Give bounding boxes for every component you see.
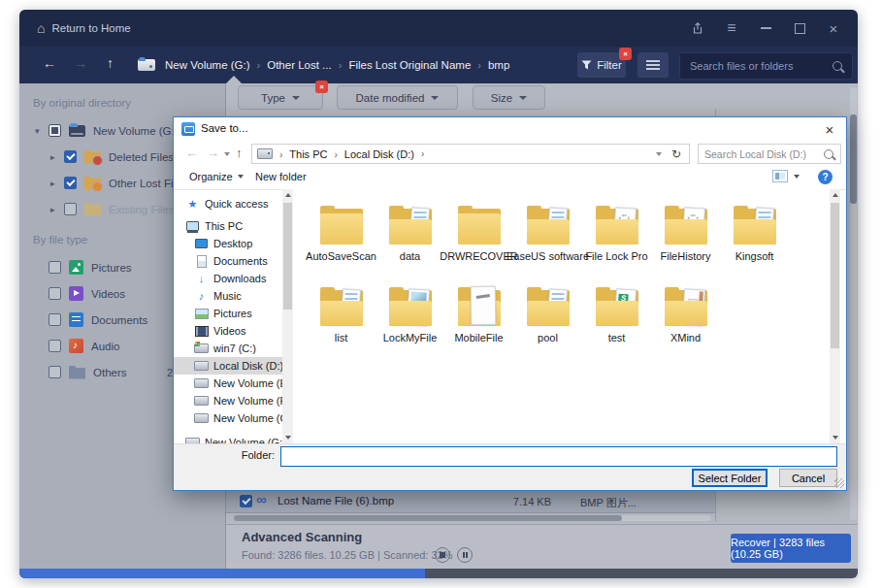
- breadcrumb-segment[interactable]: Other Lost ...: [250, 59, 332, 71]
- nav-tree-row[interactable]: New Volume (E:): [174, 375, 282, 392]
- folder-item[interactable]: EaseUS software: [513, 199, 582, 280]
- scrollbar-thumb[interactable]: [831, 203, 839, 348]
- nav-tree-row[interactable]: Music: [174, 287, 282, 305]
- forward-arrow-button[interactable]: →: [74, 55, 87, 71]
- filter-chip-date-modified[interactable]: Date modified: [337, 85, 458, 110]
- file-list-scrollbar[interactable]: [850, 87, 857, 520]
- nav-tree-label[interactable]: Pictures: [213, 308, 252, 319]
- folder-item[interactable]: Kingsoft: [720, 199, 789, 280]
- nav-tree-row[interactable]: This PC: [174, 217, 282, 235]
- nav-tree-label[interactable]: Documents: [213, 255, 268, 267]
- type-label[interactable]: Audio: [91, 341, 119, 352]
- return-home-button[interactable]: ⌂ Return to Home: [37, 21, 131, 35]
- dialog-up-button[interactable]: ↑: [236, 146, 243, 160]
- nav-tree-label[interactable]: Videos: [213, 325, 245, 337]
- recent-locations-dropdown-icon[interactable]: [224, 152, 230, 156]
- nav-tree-label[interactable]: win7 (C:): [213, 343, 256, 354]
- nav-tree-row[interactable]: Downloads: [174, 270, 282, 287]
- expand-arrow-icon[interactable]: ▸: [50, 205, 64, 214]
- nav-tree-row[interactable]: Pictures: [174, 305, 282, 322]
- close-button[interactable]: ×: [827, 21, 840, 35]
- tree-checkbox[interactable]: [64, 177, 77, 189]
- pause-scan-button[interactable]: [457, 547, 473, 563]
- tree-scrollbar[interactable]: [282, 189, 293, 443]
- tree-checkbox[interactable]: [64, 203, 77, 215]
- nav-tree-label[interactable]: Quick access: [205, 198, 268, 210]
- scroll-up-icon[interactable]: [285, 193, 291, 197]
- folder-item[interactable]: test: [582, 280, 651, 362]
- maximize-button[interactable]: [793, 21, 806, 35]
- nav-tree-label[interactable]: This PC: [205, 220, 243, 232]
- folder-item[interactable]: AutoSaveScan: [307, 199, 376, 280]
- type-checkbox[interactable]: [49, 340, 61, 352]
- dialog-search-input[interactable]: [699, 147, 824, 161]
- filter-button[interactable]: Filter ×: [577, 52, 626, 78]
- nav-tree-label[interactable]: New Volume (G:): [205, 437, 282, 443]
- type-checkbox[interactable]: [49, 366, 61, 378]
- new-folder-button[interactable]: New folder: [255, 171, 307, 182]
- scroll-up-icon[interactable]: [833, 193, 838, 197]
- file-name[interactable]: Lost Name File (6).bmp: [278, 495, 394, 506]
- type-checkbox[interactable]: [49, 261, 61, 274]
- stop-scan-button[interactable]: [435, 547, 450, 563]
- tree-checkbox[interactable]: [49, 124, 61, 137]
- tree-item-label[interactable]: New Volume (G:): [93, 125, 179, 137]
- folder-item[interactable]: DRWRECOVER: [444, 199, 513, 280]
- nav-tree-row[interactable]: Desktop: [174, 235, 282, 252]
- address-dropdown-icon[interactable]: [656, 152, 662, 156]
- type-label[interactable]: Documents: [91, 314, 147, 326]
- select-folder-button[interactable]: Select Folder: [692, 469, 768, 487]
- type-label[interactable]: Others: [93, 367, 127, 378]
- nav-tree-row[interactable]: New Volume (G:): [174, 434, 282, 443]
- type-checkbox[interactable]: [49, 287, 61, 300]
- folder-item[interactable]: data: [376, 199, 444, 280]
- folder-name-input[interactable]: [280, 446, 837, 467]
- tree-item-label[interactable]: Existing Files: [109, 204, 175, 215]
- horizontal-scrollbar[interactable]: [234, 515, 711, 521]
- dialog-forward-button[interactable]: →: [207, 146, 219, 160]
- filter-chip-type[interactable]: Type ×: [238, 85, 323, 110]
- breadcrumb-segment[interactable]: bmp: [471, 59, 509, 71]
- minimize-button[interactable]: [759, 21, 772, 35]
- view-list-button[interactable]: [637, 52, 669, 78]
- nav-tree-row[interactable]: New Volume (G:): [174, 409, 282, 427]
- help-button[interactable]: ?: [818, 170, 833, 184]
- folder-item[interactable]: pool: [513, 280, 582, 362]
- dialog-back-button[interactable]: ←: [185, 146, 198, 160]
- file-list-row[interactable]: ∞ Lost Name File (6).bmp 7.14 KB BMP 图片.…: [226, 490, 715, 513]
- address-segment[interactable]: Local Disk (D:): [327, 148, 413, 160]
- filter-chip-size[interactable]: Size: [473, 85, 545, 110]
- nav-tree-label[interactable]: Downloads: [213, 273, 266, 284]
- address-bar[interactable]: This PCLocal Disk (D:) ↻: [251, 144, 690, 164]
- nav-tree-label[interactable]: Local Disk (D:): [213, 360, 282, 372]
- expand-arrow-icon[interactable]: ▸: [50, 152, 64, 162]
- breadcrumb-segment[interactable]: New Volume (G:): [165, 59, 250, 71]
- refresh-icon[interactable]: ↻: [671, 147, 681, 161]
- recover-button[interactable]: Recover | 3283 files (10.25 GB): [731, 534, 851, 563]
- menu-icon[interactable]: ≡: [725, 21, 738, 35]
- tree-item-label[interactable]: Deleted Files: [109, 151, 174, 163]
- nav-tree-label[interactable]: New Volume (F:): [213, 395, 282, 407]
- folder-item[interactable]: list: [307, 280, 376, 362]
- nav-tree-row[interactable]: Local Disk (D:): [174, 357, 282, 375]
- expand-arrow-icon[interactable]: ▸: [50, 179, 64, 188]
- nav-tree-row[interactable]: Quick access: [174, 195, 282, 212]
- folder-item[interactable]: MobileFile: [444, 280, 513, 362]
- scroll-down-icon[interactable]: [833, 436, 838, 440]
- resize-grip[interactable]: [834, 478, 844, 488]
- address-segment[interactable]: This PC: [273, 148, 327, 160]
- type-label[interactable]: Pictures: [91, 262, 132, 274]
- organize-button[interactable]: Organize: [189, 171, 244, 182]
- nav-tree-row[interactable]: win7 (C:): [174, 340, 282, 357]
- nav-tree-label[interactable]: Music: [213, 290, 242, 302]
- scroll-down-icon[interactable]: [285, 436, 291, 440]
- dialog-close-button[interactable]: ×: [813, 117, 846, 141]
- nav-tree-row[interactable]: New Volume (F:): [174, 392, 282, 409]
- nav-tree-row[interactable]: Documents: [174, 252, 282, 270]
- folder-item[interactable]: XMind: [651, 280, 720, 362]
- type-checkbox[interactable]: [49, 313, 61, 326]
- file-checkbox[interactable]: [240, 495, 252, 507]
- cancel-button[interactable]: Cancel: [779, 469, 837, 487]
- expand-arrow-icon[interactable]: ▾: [35, 126, 49, 136]
- app-search-input[interactable]: [680, 60, 833, 72]
